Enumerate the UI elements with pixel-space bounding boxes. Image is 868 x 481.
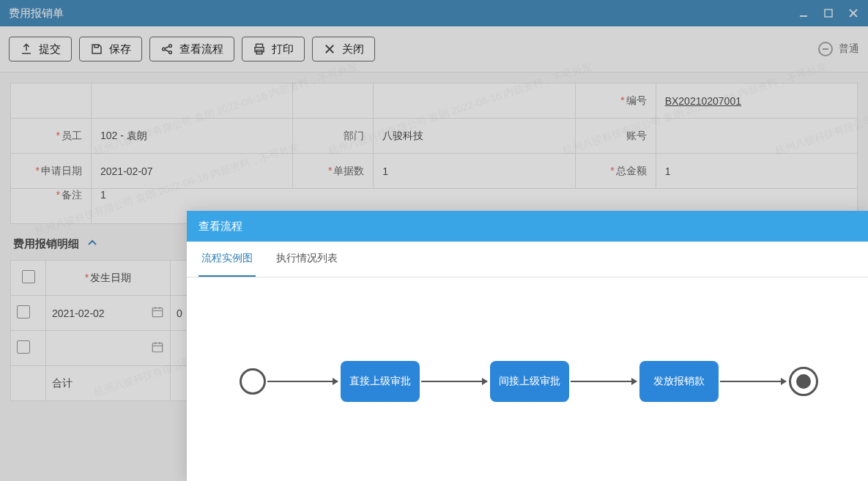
flow-canvas: 直接上级审批 间接上级审批 发放报销款: [187, 277, 868, 481]
flow-node-3[interactable]: 发放报销款: [639, 361, 719, 402]
flow-arrow: [267, 381, 338, 382]
flow-node-1[interactable]: 直接上级审批: [341, 361, 420, 402]
modal-tabs: 流程实例图 执行情况列表: [187, 242, 868, 277]
modal-title: 查看流程: [187, 211, 868, 242]
flow-end-inner: [796, 374, 811, 389]
flow-arrow: [571, 381, 637, 382]
flow-arrow: [421, 381, 487, 382]
flow-end-node[interactable]: [789, 367, 818, 396]
tab-diagram[interactable]: 流程实例图: [199, 242, 256, 277]
tab-exec-list[interactable]: 执行情况列表: [273, 242, 341, 277]
flow-node-2[interactable]: 间接上级审批: [490, 361, 569, 402]
flow-arrow: [720, 381, 786, 382]
flow-start-node[interactable]: [240, 368, 266, 395]
view-flow-modal: 查看流程 流程实例图 执行情况列表 直接上级审批 间接上级审批 发放报销款: [187, 211, 868, 481]
